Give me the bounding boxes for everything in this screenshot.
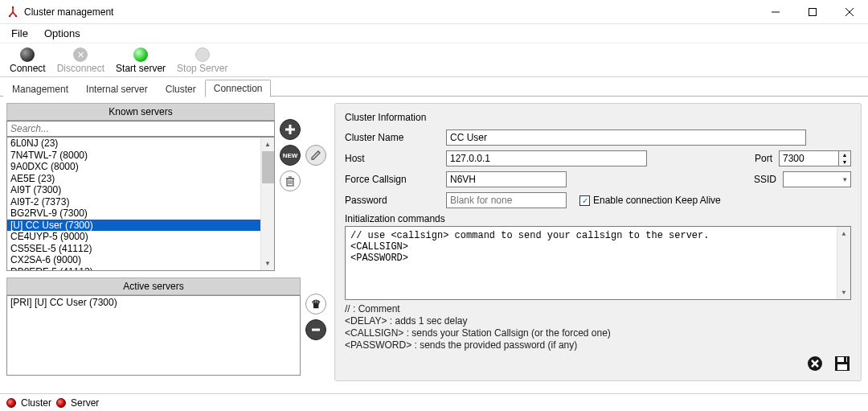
init-commands-text: // use <callsign> command to send your c… [350,230,709,264]
password-field[interactable] [446,192,567,208]
tab-internal-server[interactable]: Internal server [77,80,157,97]
menu-file[interactable]: File [5,26,35,41]
stop-server-button[interactable]: Stop Server [172,47,232,74]
known-servers-header: Known servers [6,103,275,121]
maximize-button[interactable] [794,0,831,24]
status-cluster-label: Cluster [21,397,51,409]
active-servers-header: Active servers [6,277,301,295]
tab-connection[interactable]: Connection [205,80,272,97]
status-bar: Cluster Server [0,393,868,411]
menu-bar: File Options [0,24,868,43]
label-init-commands: Initialization commands [345,213,851,224]
close-button[interactable] [831,0,868,24]
toolbar-label: Start server [116,63,166,74]
cluster-name-field[interactable] [446,129,806,146]
trash-icon [285,175,296,187]
list-item[interactable]: DB0ERF-5 (41113) [7,266,274,272]
tab-management[interactable]: Management [3,80,77,97]
ssid-select[interactable]: ▾ [783,171,851,187]
app-icon [6,6,19,18]
toolbar-label: Connect [10,63,46,74]
list-item[interactable]: CX2SA-6 (9000) [7,254,274,266]
start-server-icon [133,47,148,62]
add-server-button[interactable] [280,119,301,140]
list-item[interactable]: [PRI] [U] CC User (7300) [7,296,300,309]
start-server-button[interactable]: Start server [111,47,170,74]
set-primary-button[interactable]: ♛ [305,294,326,314]
keep-alive-checkbox[interactable]: ✓ [579,195,590,206]
stop-server-icon [195,47,210,62]
connect-button[interactable]: Connect [5,47,51,74]
new-server-badge[interactable]: NEW [280,145,301,166]
svg-rect-21 [844,357,846,362]
label-password: Password [345,195,440,206]
list-item[interactable]: CS5SEL-5 (41112) [7,243,274,255]
server-status-led [56,398,66,408]
minus-icon [310,324,321,335]
toolbar-label: Disconnect [57,63,104,74]
svg-point-0 [12,6,14,8]
scroll-up-icon[interactable]: ▲ [261,138,275,151]
port-field[interactable] [779,150,838,166]
scroll-up-icon[interactable]: ▲ [837,227,851,240]
active-servers-list[interactable]: [PRI] [U] CC User (7300) [6,295,301,376]
window-title: Cluster management [24,6,113,18]
cluster-info-title: Cluster Information [345,112,851,123]
pencil-icon [310,150,321,161]
edit-server-button[interactable] [305,145,326,166]
chevron-down-icon: ▾ [843,175,847,183]
label-host: Host [345,153,440,164]
svg-point-2 [15,14,17,16]
svg-point-1 [9,14,10,16]
label-ssid: SSID [754,174,776,185]
init-commands-textarea[interactable]: // use <callsign> command to send your c… [345,226,851,300]
tab-cluster[interactable]: Cluster [157,80,205,97]
list-item[interactable]: 6L0NJ (23) [7,138,274,150]
svg-rect-4 [809,8,817,15]
list-item[interactable]: 9A0DXC (8000) [7,161,274,173]
list-item[interactable]: BG2RVL-9 (7300) [7,208,274,220]
list-item[interactable]: AI9T (7300) [7,184,274,196]
tab-strip: Management Internal server Cluster Conne… [0,77,868,97]
known-servers-list[interactable]: 6L0NJ (23)7N4TWL-7 (8000)9A0DXC (8000)AE… [6,137,275,271]
label-keep-alive: Enable connection Keep Alive [593,195,721,206]
label-port: Port [755,153,772,164]
status-server-label: Server [71,397,99,409]
new-icon: NEW [283,152,298,159]
init-commands-hint: // : Comment <DELAY> : adds 1 sec delay … [345,303,851,351]
list-item[interactable]: [U] CC User (7300) [7,220,274,232]
discard-button[interactable] [805,353,825,374]
remove-active-button[interactable] [305,319,326,340]
delete-server-button[interactable] [280,171,301,191]
scrollbar[interactable]: ▲▼ [837,227,850,299]
title-bar: Cluster management [0,0,868,24]
list-item[interactable]: AE5E (23) [7,173,274,185]
host-field[interactable] [446,150,647,166]
list-item[interactable]: 7N4TWL-7 (8000) [7,150,274,162]
menu-options[interactable]: Options [38,26,87,41]
scroll-down-icon[interactable]: ▼ [261,257,275,270]
crown-icon: ♛ [311,298,321,310]
cancel-icon [806,355,824,372]
port-down-icon[interactable]: ▼ [839,158,850,166]
list-item[interactable]: CE4UYP-5 (9000) [7,231,274,243]
svg-rect-22 [837,364,847,370]
scroll-down-icon[interactable]: ▼ [837,286,851,299]
force-callsign-field[interactable] [446,171,567,187]
scrollbar[interactable]: ▲ ▼ [260,138,274,270]
save-icon [833,355,851,372]
port-stepper[interactable]: ▲▼ [779,150,851,166]
connect-icon [20,47,35,62]
port-up-icon[interactable]: ▲ [839,151,850,158]
list-item[interactable]: AI9T-2 (7373) [7,196,274,208]
save-button[interactable] [832,353,853,374]
cluster-info-panel: Cluster Information Cluster Name Host Po… [334,103,862,381]
minimize-button[interactable] [757,0,794,24]
plus-icon [285,124,296,135]
disconnect-icon: ✕ [73,47,88,62]
disconnect-button[interactable]: ✕ Disconnect [52,47,109,74]
search-input[interactable] [6,121,275,137]
toolbar-label: Stop Server [177,63,227,74]
label-force-callsign: Force Callsign [345,174,440,185]
scroll-thumb[interactable] [262,151,274,183]
